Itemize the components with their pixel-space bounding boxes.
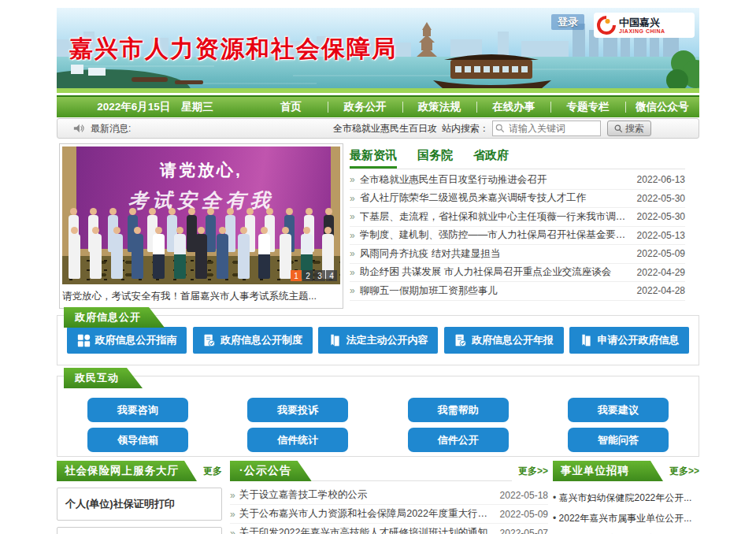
announcement-title[interactable]: 关于设立嘉善技工学校的公示 [239, 488, 495, 502]
btn-letter-disclosure[interactable]: 信件公开 [408, 428, 509, 452]
btn-smart-qa[interactable]: 智能问答 [568, 428, 669, 452]
item-arrow-icon: » [350, 267, 355, 278]
ticker-scrolling-text[interactable]: 全市稳就业惠民生百日攻 [333, 122, 437, 135]
news-item[interactable]: » 聊聊五一假期加班工资那些事儿 2022-04-28 [350, 282, 685, 301]
date-text: 2022年6月15日 [97, 100, 170, 114]
announcement-title[interactable]: 关于印发2022年嘉兴市高技能人才研修培训班计划的通知 [239, 526, 495, 534]
social-insurance-more-link[interactable]: 更多 [203, 465, 222, 478]
btn-annual-report[interactable]: 政府信息公开年报 [444, 327, 564, 354]
news-tabs: 最新资讯 国务院 省政府 [350, 143, 685, 169]
person-figure [151, 227, 166, 279]
item-arrow-icon: » [350, 230, 355, 241]
announcements-title: ·公示公告 [230, 461, 312, 481]
pager-4[interactable]: 4 [326, 270, 337, 281]
recruitment-item[interactable]: 2022年嘉兴市属事业单位公开... [553, 508, 699, 528]
photo-banner-line1: 请党放心, [62, 159, 340, 181]
person-figure [67, 227, 82, 279]
btn-disclosure-system[interactable]: 政府信息公开制度 [193, 327, 313, 354]
search-input[interactable] [492, 121, 601, 136]
carousel-caption[interactable]: 请党放心，考试安全有我！首届嘉兴市人事考试系统主题... [62, 287, 340, 306]
nav-item-policy[interactable]: 政策法规 [402, 97, 476, 117]
news-item-title[interactable]: 全市稳就业惠民生百日攻坚行动推进会召开 [360, 173, 630, 187]
recruitment-item[interactable]: 嘉兴市妇幼保健院2022年公开... [553, 488, 699, 508]
news-item-title[interactable]: 省人社厅陈荣华二级巡视员来嘉兴调研专技人才工作 [360, 191, 630, 205]
btn-need-help[interactable]: 我需帮助 [408, 398, 509, 422]
btn-label: 政府信息公开年报 [472, 333, 554, 347]
news-item[interactable]: » 学制度、建机制、强防控——市人力社保局召开社保基金要情专题学习会 2022-… [350, 227, 685, 246]
svc-item-cert-print[interactable]: 个人(单位)社保证明打印 [57, 488, 222, 521]
person-figure [88, 227, 103, 279]
item-arrow-icon: » [350, 174, 355, 185]
news-item[interactable]: » 全市稳就业惠民生百日攻坚行动推进会召开 2022-06-13 [350, 171, 685, 190]
news-item-title[interactable]: 风雨同舟齐抗疫 结对共建显担当 [360, 247, 630, 261]
nav-item-gov-disclosure[interactable]: 政务公开 [328, 97, 402, 117]
photo-carousel: 请党放心, 考试安全有我 1 2 3 4 请党放心，考试安全有我！首届嘉兴市人事… [59, 143, 343, 309]
pager-1[interactable]: 1 [291, 270, 302, 281]
nav-item-home[interactable]: 首页 [254, 97, 328, 117]
nav-item-online-service[interactable]: 在线办事 [476, 97, 550, 117]
social-insurance-title: 社会保险网上服务大厅 [57, 461, 197, 481]
news-item-title[interactable]: 下基层、走流程，省社保和就业中心主任项薇一行来我市调研"国统"上线情况 [360, 210, 630, 224]
section-gov-info-disclosure: 政府信息公开 政府信息公开指南 政府信息公开制度 [57, 315, 699, 365]
carousel-photo[interactable]: 请党放心, 考试安全有我 1 2 3 4 [62, 146, 340, 284]
announcements-more-link[interactable]: 更多>> [518, 465, 548, 478]
item-arrow-icon: » [350, 285, 355, 296]
news-item-title[interactable]: 助企纾困 共谋发展 市人力社保局召开重点企业交流座谈会 [360, 265, 630, 279]
news-list: » 全市稳就业惠民生百日攻坚行动推进会召开 2022-06-13 » 省人社厅陈… [350, 171, 685, 301]
btn-suggest[interactable]: 我要建议 [568, 398, 669, 422]
pager-3[interactable]: 3 [314, 270, 325, 281]
svc-item-guide[interactable]: 办事指南 [57, 527, 222, 534]
search-button-label: 搜索 [625, 122, 644, 135]
btn-label: 法定主动公开内容 [346, 333, 428, 347]
social-insurance-column: 社会保险网上服务大厅 更多 个人(单位)社保证明打印 办事指南 [57, 461, 222, 534]
news-item[interactable]: » 下基层、走流程，省社保和就业中心主任项薇一行来我市调研"国统"上线情况 20… [350, 208, 685, 227]
jiaxing-logo[interactable]: 中国嘉兴 JIAXING CHINA [594, 13, 695, 38]
news-item[interactable]: » 助企纾困 共谋发展 市人力社保局召开重点企业交流座谈会 2022-04-29 [350, 264, 685, 283]
news-item-title[interactable]: 学制度、建机制、强防控——市人力社保局召开社保基金要情专题学习会 [360, 228, 630, 242]
login-button[interactable]: 登录 [551, 14, 584, 30]
tab-state-council[interactable]: 国务院 [417, 148, 453, 169]
btn-leader-mailbox[interactable]: 领导信箱 [87, 428, 188, 452]
btn-label: 政府信息公开指南 [95, 333, 177, 347]
site-banner: 嘉兴市人力资源和社会保障局 登录 中国嘉兴 JIAXING CHINA [57, 8, 699, 93]
announcements-column: ·公示公告 更多>> » 关于设立嘉善技工学校的公示 2022-05-18 » … [230, 461, 548, 534]
logo-text-cn: 中国嘉兴 [619, 17, 665, 28]
btn-disclosure-guide[interactable]: 政府信息公开指南 [67, 327, 187, 354]
person-figure [257, 227, 272, 279]
bottom-row: 社会保险网上服务大厅 更多 个人(单位)社保证明打印 办事指南 ·公示公告 更多… [57, 461, 699, 534]
ticker-label: 最新消息: [91, 122, 131, 135]
btn-complain[interactable]: 我要投诉 [247, 398, 348, 422]
person-figure [109, 227, 124, 279]
news-item[interactable]: » 风雨同舟齐抗疫 结对共建显担当 2022-05-09 [350, 245, 685, 264]
search-button[interactable]: 搜索 [607, 121, 651, 136]
btn-label: 政府信息公开制度 [220, 333, 302, 347]
item-arrow-icon: » [230, 509, 235, 520]
pager-2[interactable]: 2 [302, 270, 313, 281]
section-title-ribbon: 政民互动 [64, 368, 143, 388]
news-item[interactable]: » 省人社厅陈荣华二级巡视员来嘉兴调研专技人才工作 2022-05-30 [350, 190, 685, 209]
news-item-date: 2022-05-30 [630, 193, 685, 204]
news-item-title[interactable]: 聊聊五一假期加班工资那些事儿 [360, 284, 630, 298]
announcement-title[interactable]: 关于公布嘉兴市人力资源和社会保障局2022年度重大行政决策事... [239, 507, 495, 521]
logo-text-en: JIAXING CHINA [619, 28, 665, 34]
item-arrow-icon: » [350, 193, 355, 204]
person-figure [172, 227, 187, 279]
announcement-item[interactable]: » 关于公布嘉兴市人力资源和社会保障局2022年度重大行政决策事... 2022… [230, 505, 548, 524]
search-button-icon [614, 124, 623, 133]
btn-letter-stats[interactable]: 信件统计 [247, 428, 348, 452]
btn-statutory-disclosure[interactable]: 法定主动公开内容 [318, 327, 438, 354]
btn-consult[interactable]: 我要咨询 [87, 398, 188, 422]
btn-apply-disclosure[interactable]: 申请公开政府信息 [569, 327, 689, 354]
section-title-ribbon: 政府信息公开 [64, 307, 165, 328]
tab-latest-news[interactable]: 最新资讯 [350, 148, 397, 169]
news-item-date: 2022-05-09 [630, 248, 685, 259]
nav-item-special-topics[interactable]: 专题专栏 [550, 97, 624, 117]
tab-provincial-gov[interactable]: 省政府 [473, 148, 509, 169]
doc-check-icon [454, 334, 467, 347]
carousel-pager: 1 2 3 4 [291, 270, 337, 281]
nav-item-wechat[interactable]: 微信公众号 [625, 97, 699, 117]
announcement-item[interactable]: » 关于设立嘉善技工学校的公示 2022-05-18 [230, 486, 548, 505]
recruitment-more-link[interactable]: 更多>> [669, 465, 699, 478]
announcement-item[interactable]: » 关于印发2022年嘉兴市高技能人才研修培训班计划的通知 2022-05-07 [230, 524, 548, 534]
recruitment-item[interactable]: 2022年嘉兴市卫生健康委员会... [553, 528, 699, 534]
